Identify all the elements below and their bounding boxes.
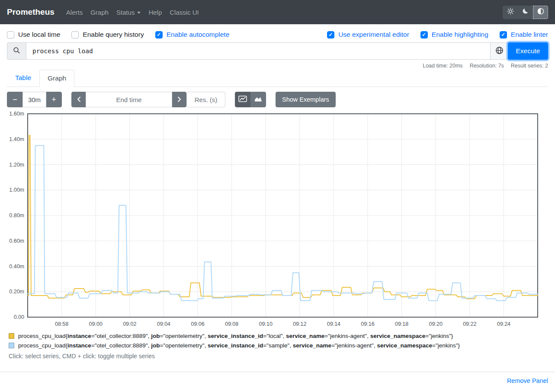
nav-item-status[interactable]: Status <box>112 5 145 19</box>
checkbox-unchecked-icon[interactable] <box>7 31 14 39</box>
nav-item-alerts[interactable]: Alerts <box>62 5 87 19</box>
y-tick-label: 1.60m <box>9 111 24 117</box>
global-options-row: Use local timeEnable query historyEnable… <box>7 29 548 40</box>
y-tick-label: 0.80m <box>9 212 24 218</box>
query-expression-input[interactable] <box>26 42 491 60</box>
legend-item[interactable]: process_cpu_load{instance="otel_collecto… <box>9 342 548 349</box>
theme-dark-button[interactable] <box>518 6 533 19</box>
stacked-chart-mode-button[interactable] <box>250 92 266 107</box>
option-label: Enable query history <box>83 31 144 39</box>
x-tick-label: 09:14 <box>327 321 340 327</box>
theme-light-button[interactable] <box>503 6 518 19</box>
checkbox-checked-icon[interactable] <box>155 31 163 39</box>
option-enable-query-history[interactable]: Enable query history <box>71 31 144 39</box>
range-control: − + <box>7 92 62 107</box>
line-chart-mode-button[interactable] <box>235 92 250 107</box>
time-series-chart[interactable]: 08:5809:0009:0209:0409:0609:0809:1009:12… <box>7 111 548 328</box>
nav-item-classic-ui[interactable]: Classic UI <box>166 5 203 19</box>
y-tick-label: 0.40m <box>9 263 24 270</box>
time-forward-button[interactable] <box>172 92 186 107</box>
chart-mode-toggle <box>235 92 266 107</box>
option-use-experimental-editor[interactable]: Use experimental editor <box>327 31 409 39</box>
search-icon <box>13 47 20 56</box>
show-exemplars-button[interactable]: Show Exemplars <box>276 92 336 107</box>
brand-prometheus[interactable]: Prometheus <box>7 7 55 17</box>
option-enable-linter[interactable]: Enable linter <box>500 31 548 39</box>
time-back-button[interactable] <box>71 92 86 107</box>
minus-icon: − <box>13 96 17 103</box>
end-time-input[interactable] <box>86 92 172 107</box>
theme-toggle-group <box>503 6 548 19</box>
range-input[interactable] <box>22 92 46 107</box>
y-tick-label: 0.20m <box>9 289 24 295</box>
chevron-left-icon <box>77 96 81 103</box>
execute-button[interactable]: Execute <box>508 42 548 60</box>
resolution-input[interactable] <box>186 92 225 107</box>
x-tick-label: 09:24 <box>497 321 510 327</box>
query-panel: Use local timeEnable query historyEnable… <box>0 29 555 372</box>
plus-icon: + <box>51 96 56 103</box>
range-increase-button[interactable]: + <box>46 92 62 107</box>
x-tick-label: 09:00 <box>89 321 103 327</box>
panel-tabs: Table Graph <box>7 69 548 87</box>
theme-auto-button[interactable] <box>533 6 548 19</box>
remove-panel-link[interactable]: Remove Panel <box>507 377 548 384</box>
chart-area[interactable]: 08:5809:0009:0209:0409:0609:0809:1009:12… <box>7 111 548 328</box>
panel-footer: Remove Panel <box>0 372 555 384</box>
option-label: Enable highlighting <box>432 31 488 39</box>
load-time-stat: Load time: 20ms <box>423 63 462 69</box>
option-enable-autocomplete[interactable]: Enable autocomplete <box>155 31 230 39</box>
legend: process_cpu_load{instance="otel_collecto… <box>7 333 548 360</box>
query-row: Execute <box>7 42 548 60</box>
checkbox-checked-icon[interactable] <box>500 31 507 39</box>
legend-series-label: process_cpu_load{instance="otel_collecto… <box>18 342 460 349</box>
y-tick-label: 1.20m <box>9 162 24 168</box>
option-label: Use experimental editor <box>338 31 409 39</box>
legend-item[interactable]: process_cpu_load{instance="otel_collecto… <box>9 333 548 339</box>
chart-area-icon <box>254 96 263 104</box>
option-label: Enable autocomplete <box>167 31 230 39</box>
resolution-stat: Resolution: 7s <box>470 63 504 69</box>
navbar-links: AlertsGraphStatusHelpClassic UI <box>62 5 203 19</box>
option-label: Enable linter <box>511 31 548 39</box>
legend-swatch <box>9 343 14 348</box>
x-tick-label: 09:10 <box>259 321 273 327</box>
checkbox-unchecked-icon[interactable] <box>71 31 79 39</box>
x-tick-label: 09:06 <box>191 321 204 327</box>
y-tick-label: 1.00m <box>9 187 24 193</box>
option-label: Use local time <box>18 31 60 39</box>
x-tick-label: 09:02 <box>123 321 136 327</box>
sun-icon <box>507 8 514 16</box>
search-icon-box <box>7 42 26 60</box>
x-tick-label: 09:20 <box>429 321 443 327</box>
y-tick-label: 0.00 <box>14 314 24 320</box>
chevron-right-icon <box>177 96 181 103</box>
option-use-local-time[interactable]: Use local time <box>7 31 60 39</box>
end-time-control <box>71 92 186 107</box>
tab-table[interactable]: Table <box>7 69 39 87</box>
x-tick-label: 09:18 <box>395 321 408 327</box>
x-tick-label: 09:12 <box>293 321 306 327</box>
options-right: Use experimental editorEnable highlighti… <box>327 31 548 39</box>
x-tick-label: 09:16 <box>361 321 374 327</box>
nav-item-graph[interactable]: Graph <box>87 5 112 19</box>
metrics-explorer-button[interactable] <box>490 42 508 60</box>
chart-line-icon <box>238 96 247 104</box>
result-series-stat: Result series: 2 <box>511 63 548 69</box>
range-decrease-button[interactable]: − <box>7 92 23 107</box>
query-stats-row: Load time: 20ms Resolution: 7s Result se… <box>7 63 548 69</box>
x-tick-label: 08:58 <box>55 321 68 327</box>
legend-series-label: process_cpu_load{instance="otel_collecto… <box>18 333 453 339</box>
y-tick-label: 1.40m <box>9 136 24 142</box>
graph-controls: − + <box>7 92 548 107</box>
x-tick-label: 09:22 <box>463 321 476 327</box>
nav-item-help[interactable]: Help <box>144 5 166 19</box>
checkbox-checked-icon[interactable] <box>327 31 334 39</box>
navbar: Prometheus AlertsGraphStatusHelpClassic … <box>0 0 555 24</box>
checkbox-checked-icon[interactable] <box>420 31 428 39</box>
tab-graph[interactable]: Graph <box>39 70 74 87</box>
options-left: Use local timeEnable query historyEnable… <box>7 31 241 39</box>
moon-icon <box>522 8 529 16</box>
option-enable-highlighting[interactable]: Enable highlighting <box>420 31 488 39</box>
series-line-sample <box>28 145 538 300</box>
